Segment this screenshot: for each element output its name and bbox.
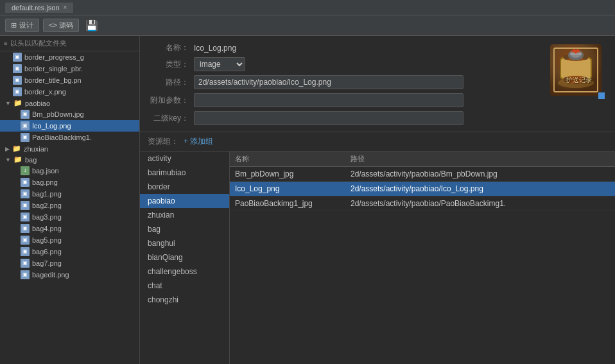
tree-item-bag2[interactable]: ▣bag2.png	[0, 200, 139, 211]
group-item-chongzhi[interactable]: chongzhi	[140, 293, 229, 307]
tree-item-border_title_bg[interactable]: ▣border_title_bg.pn	[0, 74, 139, 86]
preview-area	[547, 41, 605, 99]
tree-item-zhuxian[interactable]: ▶ 📁 zhuxian	[0, 143, 139, 154]
tree-item-label: Bm_pbDown.jpg	[32, 110, 84, 118]
filter-icon: ≡	[4, 40, 8, 47]
image-file-icon: ▣	[21, 133, 30, 142]
path-input[interactable]	[194, 75, 463, 89]
tree-item-paobiao[interactable]: ▼ 📁 paobiao	[0, 98, 139, 108]
group-item-banghui[interactable]: banghui	[140, 236, 229, 250]
image-file-icon: ▣	[21, 224, 30, 233]
tree-item-Bm_pbDown[interactable]: ▣Bm_pbDown.jpg	[0, 108, 139, 120]
group-item-paobiao[interactable]: paobiao	[140, 194, 229, 208]
image-file-icon: ▣	[21, 201, 30, 210]
extra-input[interactable]	[194, 93, 463, 107]
files-table: 名称 路径 Bm_pbDown_jpg 2d/assets/activity/p…	[230, 152, 615, 364]
source-button[interactable]: <> 源码	[43, 19, 79, 32]
group-item-bag[interactable]: bag	[140, 222, 229, 236]
tab-label: default.res.json	[12, 4, 60, 12]
collapse-arrow: ▼	[5, 157, 11, 163]
save-icon: 💾	[85, 20, 98, 31]
svg-point-3	[563, 53, 589, 61]
tree-item-bagedit[interactable]: ▣bagedit.png	[0, 269, 139, 281]
tree-item-label: bagedit.png	[32, 271, 69, 279]
tree-item-border_x[interactable]: ▣border_x.png	[0, 86, 139, 98]
tree-item-label: bag3.png	[32, 213, 62, 221]
tree-item-bag_png[interactable]: ▣bag.png	[0, 177, 139, 188]
svg-point-6	[583, 55, 588, 60]
group-item-chat[interactable]: chat	[140, 279, 229, 293]
group-item-challengeboss[interactable]: challengeboss	[140, 264, 229, 279]
tree-item-bag7[interactable]: ▣bag7.png	[0, 257, 139, 269]
groups-list: activitybarimubiaoborderpaobiaozhuxianba…	[140, 152, 230, 364]
group-item-barimubiao[interactable]: barimubiao	[140, 166, 229, 180]
col-path-header: 路径	[351, 154, 610, 164]
tree-item-bag1[interactable]: ▣bag1.png	[0, 188, 139, 200]
toolbar: ⊞ 设计 <> 源码 💾	[0, 15, 615, 36]
image-file-icon: ▣	[21, 212, 30, 221]
save-button[interactable]: 💾	[83, 19, 101, 31]
tree-item-PaoBiaoBackimg1[interactable]: ▣PaoBiaoBackimg1.	[0, 132, 139, 143]
tree-item-bag5[interactable]: ▣bag5.png	[0, 234, 139, 246]
tree-item-bag3[interactable]: ▣bag3.png	[0, 211, 139, 223]
tree-item-label: zhuxian	[24, 145, 48, 153]
image-file-icon: ▣	[21, 259, 30, 268]
source-label: <> 源码	[49, 21, 73, 30]
filter-bar: ≡ 以头以匹配文件夹	[0, 36, 139, 51]
image-file-icon: ▣	[21, 270, 30, 279]
title-tab[interactable]: default.res.json ×	[5, 3, 73, 13]
table-header: 名称 路径	[230, 152, 615, 167]
image-file-icon: ▣	[13, 64, 22, 73]
title-bar: default.res.json ×	[0, 0, 615, 15]
type-row: 类型： imageaudiovideotext	[150, 57, 605, 71]
image-file-icon: ▣	[13, 87, 22, 96]
subkey-row: 二级key：	[150, 111, 605, 125]
tree-item-border_single_pbr[interactable]: ▣border_single_pbr.	[0, 63, 139, 74]
resources-section: 资源组： + 添加组 activitybarimubiaoborderpaobi…	[140, 132, 615, 364]
collapse-arrow: ▼	[5, 100, 11, 107]
preview-svg	[553, 48, 598, 92]
design-icon: ⊞	[11, 21, 17, 30]
tree-item-label: bag.png	[32, 178, 58, 186]
files-table-body: Bm_pbDown_jpg 2d/assets/activity/paobiao…	[230, 167, 615, 211]
tree-item-Ico_Log_png[interactable]: ▣Ico_Log.png	[0, 120, 139, 132]
folder-icon: 📁	[13, 99, 22, 107]
file-row-ico_log[interactable]: Ico_Log_png 2d/assets/activity/paobiao/I…	[230, 182, 615, 196]
group-item-zhuxian[interactable]: zhuxian	[140, 208, 229, 222]
image-file-icon: ▣	[21, 189, 30, 198]
type-select[interactable]: imageaudiovideotext	[194, 57, 245, 71]
blue-square-indicator	[598, 92, 605, 99]
add-group-button[interactable]: + 添加组	[184, 136, 213, 147]
group-item-border[interactable]: border	[140, 180, 229, 194]
subkey-input[interactable]	[194, 111, 463, 125]
image-file-icon: ▣	[21, 121, 30, 130]
extra-row: 附加参数：	[150, 93, 605, 107]
tree-item-bag6[interactable]: ▣bag6.png	[0, 246, 139, 257]
extra-label: 附加参数：	[150, 95, 189, 106]
main-layout: ≡ 以头以匹配文件夹 ▣border_progress_g▣border_sin…	[0, 36, 615, 364]
svg-rect-11	[570, 53, 582, 55]
tree-item-bag_json[interactable]: Jbag.json	[0, 165, 139, 177]
image-file-icon: ▣	[21, 178, 30, 187]
tree-item-bag[interactable]: ▼ 📁 bag	[0, 154, 139, 165]
file-row-bm_pbdown[interactable]: Bm_pbDown_jpg 2d/assets/activity/paobiao…	[230, 167, 615, 182]
tree-item-label: PaoBiaoBackimg1.	[32, 134, 92, 141]
left-panel: ≡ 以头以匹配文件夹 ▣border_progress_g▣border_sin…	[0, 36, 140, 364]
group-item-bianQiang[interactable]: bianQiang	[140, 250, 229, 264]
design-button[interactable]: ⊞ 设计	[5, 19, 39, 32]
tree-item-label: bag2.png	[32, 202, 62, 209]
tab-close-btn[interactable]: ×	[64, 4, 67, 11]
image-file-icon: ▣	[13, 76, 22, 85]
file-name: PaoBiaoBackimg1_jpg	[235, 199, 351, 208]
tree-item-bag4[interactable]: ▣bag4.png	[0, 223, 139, 234]
svg-point-10	[570, 50, 582, 58]
resources-header: 资源组： + 添加组	[140, 132, 615, 152]
file-row-paobiaobackimg1[interactable]: PaoBiaoBackimg1_jpg 2d/assets/activity/p…	[230, 196, 615, 211]
tree-item-label: paobiao	[25, 100, 50, 107]
tree-item-label: bag	[25, 156, 37, 164]
image-file-icon: ▣	[21, 247, 30, 256]
name-row: 名称： Ico_Log.png	[150, 42, 605, 53]
folder-icon: 📁	[12, 144, 21, 153]
tree-item-border_progress_g[interactable]: ▣border_progress_g	[0, 51, 139, 63]
group-item-activity[interactable]: activity	[140, 152, 229, 166]
